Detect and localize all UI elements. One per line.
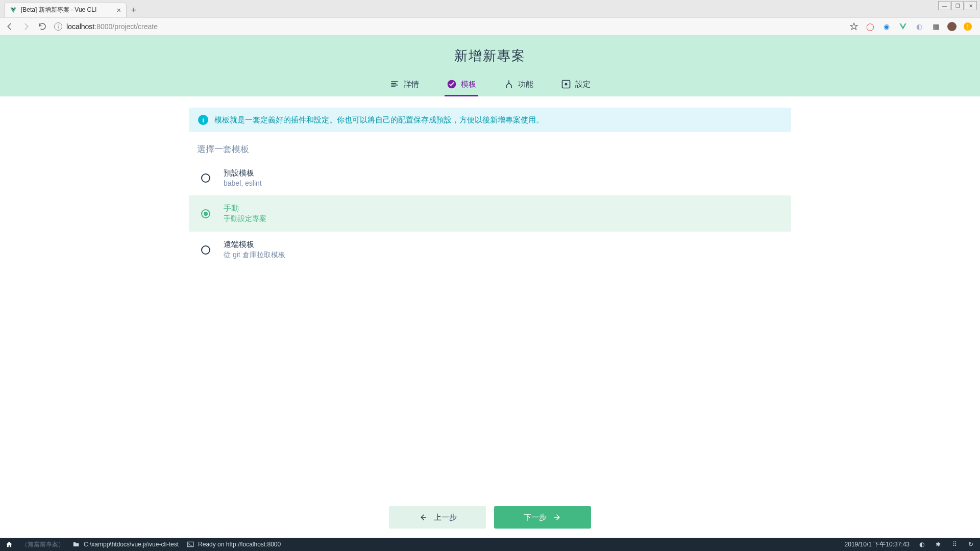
preset-remote[interactable]: 遠端模板 從 git 倉庫拉取模板 xyxy=(189,232,791,268)
info-icon: i xyxy=(198,115,208,125)
radio-icon xyxy=(201,245,210,255)
extension-icon[interactable]: ! xyxy=(964,22,972,31)
preset-manual[interactable]: 手動 手動設定專案 xyxy=(189,195,791,232)
status-ready: Ready on http://localhost:8000 xyxy=(198,541,281,548)
theme-icon[interactable]: ◐ xyxy=(918,540,926,548)
status-path: C:\xampp\htdocs\vue.js\vue-cli-test xyxy=(84,541,179,548)
prev-button[interactable]: 上一步 xyxy=(389,506,486,529)
footer-buttons: 上一步 下一步 xyxy=(0,506,980,529)
url-field[interactable]: i localhost:8000/project/create xyxy=(54,22,842,31)
section-title: 選擇一套模板 xyxy=(189,132,791,160)
details-icon xyxy=(389,79,400,89)
radio-icon xyxy=(201,173,210,183)
refresh-icon[interactable]: ↻ xyxy=(967,540,975,548)
tab-title: [Beta] 新增新專案 - Vue CLI xyxy=(21,6,113,14)
extensions-area: ◯ ◉ ◐ ▦ ! xyxy=(866,22,975,31)
info-banner: i 模板就是一套定義好的插件和設定。你也可以將自己的配置保存成預設，方便以後新增… xyxy=(189,108,791,132)
preset-default[interactable]: 預設模板 babel, eslint xyxy=(189,160,791,195)
preset-desc: 手動設定專案 xyxy=(224,214,266,223)
back-button[interactable] xyxy=(5,22,14,31)
features-icon xyxy=(504,79,514,89)
preset-desc: 從 git 倉庫拉取模板 xyxy=(224,251,285,260)
step-label: 功能 xyxy=(518,80,533,89)
preset-title: 預設模板 xyxy=(224,168,262,178)
next-button[interactable]: 下一步 xyxy=(494,506,591,529)
window-controls: — ❐ ✕ xyxy=(938,1,977,10)
next-label: 下一步 xyxy=(524,513,547,522)
window-maximize-button[interactable]: ❐ xyxy=(951,1,964,10)
step-label: 模板 xyxy=(461,80,476,89)
home-icon[interactable] xyxy=(5,540,13,548)
extension-icon[interactable]: ▦ xyxy=(931,22,940,31)
window-minimize-button[interactable]: — xyxy=(938,1,950,10)
site-info-icon[interactable]: i xyxy=(54,22,62,31)
forward-button[interactable] xyxy=(21,22,31,31)
bug-icon[interactable]: ✱ xyxy=(934,540,942,548)
status-no-project: （無當前專案） xyxy=(21,540,64,549)
preset-desc: babel, eslint xyxy=(224,179,262,187)
step-presets[interactable]: 模板 xyxy=(445,74,478,96)
check-circle-icon xyxy=(447,79,457,89)
svg-rect-3 xyxy=(187,542,193,546)
status-clock: 2019/10/1 下午10:37:43 xyxy=(845,540,910,549)
terminal-icon xyxy=(187,541,194,548)
profile-avatar[interactable] xyxy=(947,22,957,31)
tab-close-icon[interactable]: × xyxy=(117,6,121,14)
step-details[interactable]: 詳情 xyxy=(387,74,421,96)
main-content: i 模板就是一套定義好的插件和設定。你也可以將自己的配置保存成預設，方便以後新增… xyxy=(189,96,791,268)
extension-icon[interactable] xyxy=(898,22,908,31)
bookmark-star-icon[interactable] xyxy=(849,22,859,31)
reload-button[interactable] xyxy=(38,22,47,31)
info-text: 模板就是一套定義好的插件和設定。你也可以將自己的配置保存成預設，方便以後新增專案… xyxy=(214,115,544,125)
browser-tab[interactable]: [Beta] 新增新專案 - Vue CLI × xyxy=(4,2,127,17)
extension-icon[interactable]: ◯ xyxy=(866,22,875,31)
step-label: 設定 xyxy=(575,80,591,89)
settings-icon xyxy=(561,79,571,89)
page-header: 新增新專案 詳情 模板 功能 xyxy=(0,36,980,96)
status-ready-seg[interactable]: Ready on http://localhost:8000 xyxy=(187,541,281,548)
preset-title: 遠端模板 xyxy=(224,240,285,249)
url-path: /project/create xyxy=(112,22,158,31)
tab-strip: [Beta] 新增新專案 - Vue CLI × + — ❐ ✕ xyxy=(0,0,980,17)
vue-favicon xyxy=(10,7,17,14)
step-tabs: 詳情 模板 功能 設定 xyxy=(0,74,980,96)
step-config[interactable]: 設定 xyxy=(559,74,593,96)
address-bar: i localhost:8000/project/create ◯ ◉ ◐ ▦ … xyxy=(0,17,980,36)
new-tab-button[interactable]: + xyxy=(127,3,141,17)
step-features[interactable]: 功能 xyxy=(502,74,535,96)
radio-icon xyxy=(201,209,210,218)
url-host: localhost xyxy=(66,22,94,31)
arrow-left-icon xyxy=(419,513,428,522)
window-close-button[interactable]: ✕ xyxy=(965,1,977,10)
svg-point-2 xyxy=(565,83,568,86)
step-label: 詳情 xyxy=(404,80,419,89)
folder-icon xyxy=(72,541,80,548)
viewport: 新增新專案 詳情 模板 功能 xyxy=(0,36,980,538)
prev-label: 上一步 xyxy=(434,513,457,522)
extension-icon[interactable]: ◉ xyxy=(882,22,891,31)
translate-icon[interactable]: ⠿ xyxy=(950,540,959,548)
page-title: 新增新專案 xyxy=(0,47,980,74)
extension-icon[interactable]: ◐ xyxy=(915,22,924,31)
arrow-right-icon xyxy=(553,513,562,522)
url-port: :8000 xyxy=(94,22,112,31)
status-path-seg[interactable]: C:\xampp\htdocs\vue.js\vue-cli-test xyxy=(72,541,179,548)
status-bar: （無當前專案） C:\xampp\htdocs\vue.js\vue-cli-t… xyxy=(0,538,980,551)
preset-title: 手動 xyxy=(224,204,266,213)
